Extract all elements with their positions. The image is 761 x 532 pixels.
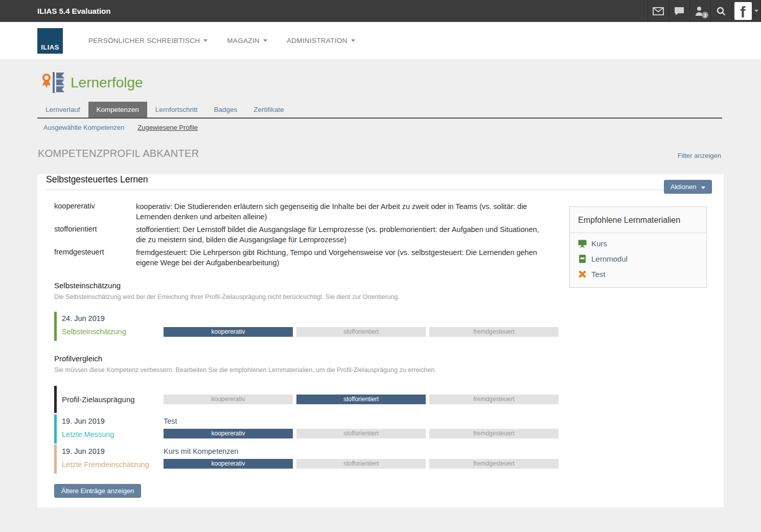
contacts-icon[interactable]: 3 — [689, 0, 710, 22]
material-label: Test — [591, 270, 606, 279]
tab-badges[interactable]: Badges — [205, 102, 245, 118]
trigger-object-link[interactable]: Kurs mit Kompetenzen — [164, 447, 239, 456]
entry-bars-area: koopererativstofforientiertfremdgesteuer… — [164, 395, 559, 404]
entry-label: Letzte Messung — [62, 430, 164, 440]
profile-heading-row: KOMPETENZPROFIL ABKANTER Filter anzeigen — [38, 148, 721, 159]
competence-bar-fremdgesteuert: fremdgesteuert — [429, 327, 559, 337]
competence-scale-bars: koopererativstofforientiertfremdgesteuer… — [164, 327, 559, 337]
competence-bar-stofforientiert: stofforientiert — [296, 459, 426, 469]
nav-item-repository[interactable]: MAGAZIN — [227, 37, 267, 44]
skill-title: Selbstgesteuertes Lernen — [46, 174, 712, 190]
entry-label: Profil-Zielausprägung — [62, 395, 164, 404]
nav-item-label: PERSÖNLICHER SCHREIBTISCH — [88, 37, 200, 44]
material-label: Kurs — [591, 239, 607, 248]
entry-bars-area: Kurs mit Kompetenzen koopererativstoffor… — [164, 447, 559, 470]
actions-button[interactable]: Aktionen — [664, 180, 712, 194]
scale-definitions: koopererativ kooperativ: Die Studierende… — [54, 201, 545, 268]
competence-bar-koopererativ: koopererativ — [164, 459, 293, 469]
logo-text: ILIAS — [41, 43, 59, 51]
show-older-entries-button[interactable]: Ältere Einträge anzeigen — [54, 484, 141, 498]
page-title: Lernerfolge — [71, 75, 143, 91]
competence-scale-bars: koopererativstofforientiertfremdgesteuer… — [164, 395, 559, 404]
main-navigation: PERSÖNLICHER SCHREIBTISCH MAGAZIN ADMINI… — [88, 37, 355, 44]
competence-bar-koopererativ: koopererativ — [164, 327, 293, 337]
definition-description: kooperativ: Die Studierenden erläutern s… — [136, 201, 540, 222]
installation-title: ILIAS 5.4 Evaluation — [0, 7, 110, 15]
subtab-ausgewaehlte-kompetenzen[interactable]: Ausgewählte Kompetenzen — [43, 124, 124, 131]
profile-heading: KOMPETENZPROFIL ABKANTER — [38, 148, 199, 159]
material-item-kurs[interactable]: Kurs — [578, 239, 698, 248]
topbar-icon-group: 3 f — [648, 0, 761, 22]
avatar: f — [734, 2, 752, 20]
competence-bar-stofforientiert: stofforientiert — [296, 429, 426, 438]
profile-target-entry: Profil-Zielausprägung koopererativstoffo… — [54, 386, 724, 413]
mail-icon[interactable] — [648, 0, 668, 22]
course-icon — [578, 239, 587, 248]
definition-row: koopererativ kooperativ: Die Studierende… — [54, 201, 545, 222]
actions-button-label: Aktionen — [671, 183, 697, 191]
definition-term: stofforientiert — [54, 224, 136, 245]
definition-description: stofforientiert: Der Lernstoff bildet di… — [136, 224, 540, 245]
competence-bar-stofforientiert: stofforientiert — [296, 327, 426, 337]
material-label: Lernmodul — [591, 255, 628, 263]
definition-term: fremdgesteuert — [54, 247, 136, 268]
chevron-down-icon — [701, 187, 705, 189]
chat-icon — [674, 7, 684, 16]
nav-item-personal-desktop[interactable]: PERSÖNLICHER SCHREIBTISCH — [88, 37, 207, 44]
entry-label: Letzte Fremdeinschätzung — [62, 460, 164, 470]
entry-date: 19. Jun 2019 — [62, 417, 164, 426]
profile-comparison-note: Sie müssen diese Kompetenz verbessern. B… — [54, 366, 724, 374]
show-filter-link[interactable]: Filter anzeigen — [678, 152, 721, 159]
competence-scale-bars: koopererativstofforientiertfremdgesteuer… — [164, 429, 559, 438]
chat-icon[interactable] — [668, 0, 689, 22]
mail-icon — [653, 7, 664, 15]
tab-kompetenzen[interactable]: Kompetenzen — [88, 102, 147, 118]
top-bar: ILIAS 5.4 Evaluation 3 — [0, 0, 761, 22]
definition-term: koopererativ — [54, 201, 136, 222]
entry-bars-area: koopererativstofforientiertfremdgesteuer… — [164, 314, 559, 337]
recommended-materials-heading: Empfohlene Lernmaterialien — [570, 207, 706, 233]
entry-meta: 19. Jun 2019 Letzte Messung — [62, 417, 164, 440]
learning-module-icon — [578, 255, 587, 263]
chevron-down-icon — [263, 39, 267, 42]
entry-meta: Profil-Zielausprägung — [62, 395, 164, 404]
entry-meta: 24. Jun 2019 Selbsteinschätzung — [62, 314, 164, 337]
profile-comparison-heading: Profilvergleich — [54, 354, 724, 363]
external-evaluation-entry: 19. Jun 2019 Letzte Fremdeinschätzung Ku… — [54, 445, 724, 474]
recommended-materials-list: Kurs Lernmodul — [570, 233, 706, 287]
last-measurement-entry: 19. Jun 2019 Letzte Messung Test koopere… — [54, 414, 724, 444]
subtab-bar: Ausgewählte Kompetenzen Zugewiesene Prof… — [43, 124, 761, 131]
search-icon — [717, 7, 726, 16]
material-item-lernmodul[interactable]: Lernmodul — [578, 255, 698, 263]
tab-zertifikate[interactable]: Zertifikate — [245, 102, 292, 118]
tab-lernverlauf[interactable]: Lernverlauf — [37, 102, 88, 118]
nav-item-administration[interactable]: ADMINISTRATION — [287, 37, 355, 44]
competence-bar-fremdgesteuert: fremdgesteuert — [429, 429, 559, 438]
chevron-down-icon — [351, 39, 355, 42]
entry-date: 24. Jun 2019 — [62, 314, 164, 323]
recommended-materials-box: Empfohlene Lernmaterialien Kurs Lernmodu… — [569, 206, 707, 288]
competence-bar-stofforientiert: stofforientiert — [296, 395, 426, 404]
page-title-row: Lernerfolge — [0, 60, 761, 102]
competence-bar-fremdgesteuert: fremdgesteuert — [429, 459, 559, 469]
search-icon[interactable] — [710, 0, 731, 22]
tab-bar: Lernverlauf Kompetenzen Lernfortschritt … — [37, 102, 722, 119]
entry-date: 19. Jun 2019 — [62, 447, 164, 456]
entry-label: Selbsteinschätzung — [62, 327, 164, 337]
competence-panel: Aktionen Selbstgesteuertes Lernen kooper… — [37, 174, 724, 507]
chevron-down-icon — [754, 10, 758, 12]
self-evaluation-note: Die Selbsteinschätzung wird bei der Erre… — [54, 293, 724, 300]
definition-row: stofforientiert stofforientiert: Der Ler… — [54, 224, 545, 245]
entry-meta: 19. Jun 2019 Letzte Fremdeinschätzung — [62, 447, 164, 470]
subtab-zugewiesene-profile[interactable]: Zugewiesene Profile — [137, 124, 198, 131]
competence-scale-bars: koopererativstofforientiertfremdgesteuer… — [164, 459, 559, 469]
tab-lernfortschritt[interactable]: Lernfortschritt — [147, 102, 206, 118]
learning-achievements-icon — [41, 71, 65, 95]
notification-badge: 3 — [702, 12, 708, 18]
material-item-test[interactable]: Test — [578, 270, 698, 279]
definition-description: fremdgesteuert: Die Lehrperson gibt Rich… — [136, 247, 540, 268]
trigger-object-link[interactable]: Test — [164, 417, 177, 426]
nav-item-label: MAGAZIN — [227, 37, 260, 44]
ilias-logo[interactable]: ILIAS — [37, 28, 63, 54]
user-menu[interactable]: f — [731, 0, 761, 22]
